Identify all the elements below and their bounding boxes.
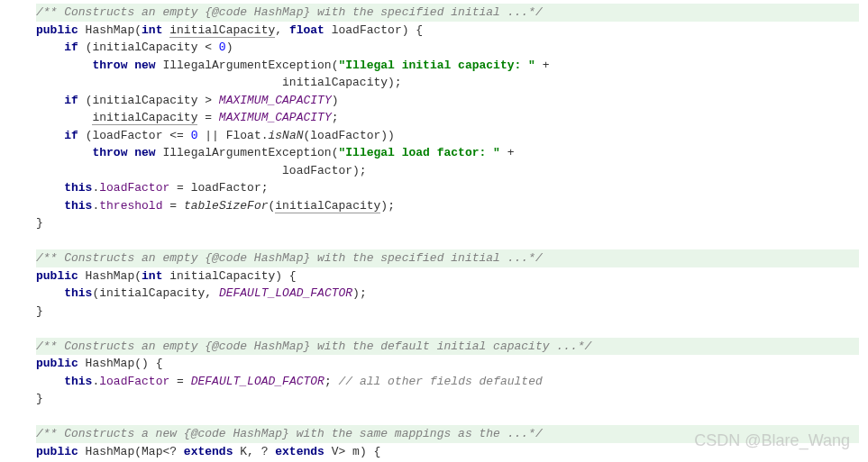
code-line: this(initialCapacity, DEFAULT_LOAD_FACTO… bbox=[36, 285, 859, 303]
code-line: public HashMap() { bbox=[36, 355, 859, 373]
code-line: this.threshold = tableSizeFor(initialCap… bbox=[36, 197, 859, 215]
javadoc-comment: /** Constructs an empty {@code HashMap} … bbox=[36, 4, 859, 22]
code-line: this.loadFactor = DEFAULT_LOAD_FACTOR; /… bbox=[36, 373, 859, 391]
code-line: loadFactor); bbox=[36, 162, 859, 180]
code-line: } bbox=[36, 390, 859, 408]
blank-line bbox=[36, 320, 859, 338]
blank-line bbox=[36, 408, 859, 426]
javadoc-comment: /** Constructs an empty {@code HashMap} … bbox=[36, 338, 859, 356]
code-line: if (initialCapacity < 0) bbox=[36, 39, 859, 57]
code-line: public HashMap(int initialCapacity, floa… bbox=[36, 22, 859, 40]
code-editor: /** Constructs an empty {@code HashMap} … bbox=[0, 0, 868, 462]
javadoc-comment: /** Constructs an empty {@code HashMap} … bbox=[36, 249, 859, 267]
code-line: initialCapacity = MAXIMUM_CAPACITY; bbox=[36, 109, 859, 127]
blank-line bbox=[36, 232, 859, 250]
javadoc-comment: /** Constructs a new {@code HashMap} wit… bbox=[36, 425, 859, 443]
code-line: } bbox=[36, 214, 859, 232]
code-line: if (loadFactor <= 0 || Float.isNaN(loadF… bbox=[36, 127, 859, 145]
code-line: this.loadFactor = loadFactor; bbox=[36, 179, 859, 197]
code-line: if (initialCapacity > MAXIMUM_CAPACITY) bbox=[36, 92, 859, 110]
code-line: public HashMap(int initialCapacity) { bbox=[36, 267, 859, 285]
code-line: } bbox=[36, 303, 859, 321]
code-line: public HashMap(Map<? extends K, ? extend… bbox=[36, 443, 859, 461]
code-line: throw new IllegalArgumentException("Ille… bbox=[36, 144, 859, 162]
code-line: throw new IllegalArgumentException("Ille… bbox=[36, 57, 859, 75]
code-line: initialCapacity); bbox=[36, 74, 859, 92]
